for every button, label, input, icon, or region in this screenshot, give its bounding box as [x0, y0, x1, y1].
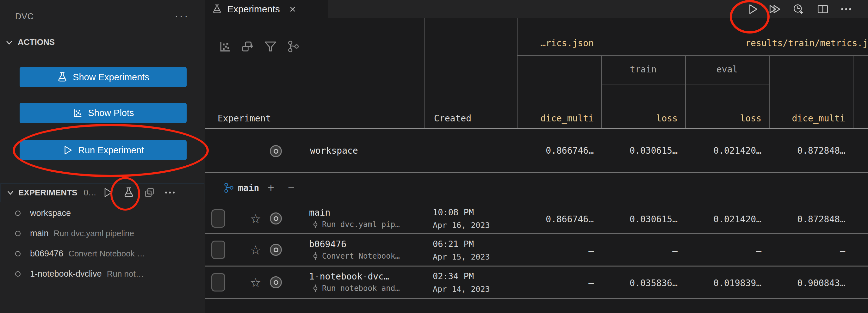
show-experiments-button[interactable]: Show Experiments: [20, 67, 187, 87]
plots-icon: [72, 107, 83, 118]
item-name: 1-notebook-dvclive: [30, 269, 102, 279]
item-name: b069476: [30, 249, 63, 259]
actions-section-label: ACTIONS: [18, 37, 55, 47]
experiment-name: workspace: [310, 146, 358, 156]
experiments-section-header[interactable]: EXPERIMENTS 0…: [1, 183, 204, 202]
cell-train-loss: 0.030615…: [601, 146, 678, 156]
star-icon[interactable]: ☆: [250, 213, 261, 225]
run-experiment-icon[interactable]: [102, 187, 114, 198]
split-editor-icon[interactable]: [817, 3, 829, 15]
column-header-eval-dice-multi[interactable]: dice_multi: [769, 113, 845, 124]
run-experiment-action-icon[interactable]: [747, 3, 759, 15]
branch-name: main: [238, 183, 259, 193]
show-experiments-icon[interactable]: [123, 187, 134, 198]
commit-bullet-icon: [15, 251, 21, 256]
sidebar-more-icon[interactable]: ···: [175, 9, 189, 22]
run-all-action-icon[interactable]: [768, 3, 780, 15]
run-experiment-button[interactable]: Run Experiment: [20, 140, 187, 160]
commit-bullet-icon: [15, 231, 21, 236]
column-header-created[interactable]: Created: [434, 113, 471, 124]
dvc-sidebar: DVC ··· ACTIONS Show Experiments Show Pl…: [0, 0, 205, 313]
show-experiments-label: Show Experiments: [73, 72, 149, 83]
commit-icon: [311, 284, 319, 292]
beaker-icon: [212, 4, 222, 14]
row-divider: [205, 298, 868, 299]
star-icon[interactable]: ☆: [250, 244, 261, 256]
actions-section-header[interactable]: ACTIONS: [5, 37, 55, 47]
cell-eval-loss: 0.019839…: [685, 278, 762, 288]
cell-created-date: Apr 16, 2023: [433, 221, 490, 230]
chevron-down-icon: [5, 38, 13, 46]
more-actions-icon[interactable]: [840, 3, 852, 15]
cell-eval-loss: 0.021420…: [685, 214, 762, 224]
row-divider: [205, 233, 868, 234]
experiments-counter: 0…: [84, 188, 96, 197]
column-header-experiment[interactable]: Experiment: [218, 113, 271, 124]
row-checkbox[interactable]: [211, 241, 225, 259]
grid-line: [424, 18, 425, 129]
grid-line: [853, 55, 854, 129]
grid-line: [769, 55, 770, 129]
row-divider: [205, 172, 868, 173]
show-plots-button[interactable]: Show Plots: [20, 103, 187, 123]
more-actions-icon[interactable]: [164, 187, 176, 198]
sidebar-item-1-notebook-dvclive[interactable]: 1-notebook-dvclive Run not…: [0, 265, 205, 283]
item-desc: Run dvc.yaml pipeline: [54, 228, 134, 239]
item-name: workspace: [30, 208, 71, 218]
app-window: DVC ··· ACTIONS Show Experiments Show Pl…: [0, 0, 868, 313]
close-icon[interactable]: [288, 5, 297, 13]
add-branch-button[interactable]: +: [268, 182, 274, 193]
cell-eval-dice-multi: 0.872848…: [769, 146, 845, 156]
commit-icon: [311, 252, 319, 260]
row-checkbox[interactable]: [211, 273, 225, 291]
tab-title: Experiments: [227, 4, 280, 14]
cell-created-time: 02:34 PM: [433, 271, 474, 281]
cell-train-loss: 0.030615…: [601, 214, 678, 224]
cell-dice-multi: 0.866746…: [517, 146, 594, 156]
grid-line: [517, 55, 868, 56]
show-plots-label: Show Plots: [88, 108, 134, 118]
experiments-section-label: EXPERIMENTS: [18, 188, 77, 197]
cell-dice-multi: –: [517, 278, 594, 288]
star-icon[interactable]: ☆: [250, 276, 261, 289]
cell-train-loss: 0.035836…: [601, 278, 678, 288]
experiment-desc: Run dvc.yaml pip…: [322, 220, 400, 229]
run-experiment-label: Run Experiment: [78, 145, 144, 156]
cell-dice-multi: –: [517, 246, 594, 256]
item-desc: Convert Notebook …: [68, 249, 145, 259]
row-checkbox[interactable]: [211, 209, 225, 228]
cell-train-loss: –: [601, 246, 678, 256]
experiment-name: main: [309, 208, 330, 218]
cell-eval-dice-multi: 0.900843…: [769, 278, 845, 288]
cell-created-time: 10:08 PM: [433, 208, 474, 217]
filter-icon[interactable]: [264, 40, 277, 53]
sidebar-item-workspace[interactable]: workspace: [0, 204, 205, 222]
move-columns-icon[interactable]: [241, 40, 254, 53]
sidebar-item-main[interactable]: main Run dvc.yaml pipeline: [0, 224, 205, 242]
apply-experiment-icon[interactable]: [144, 187, 155, 198]
column-group-metrics-json[interactable]: …rics.json: [517, 38, 594, 49]
tab-experiments[interactable]: Experiments: [205, 0, 328, 18]
column-group-results-metrics[interactable]: results/train/metrics.j: [601, 38, 868, 49]
sidebar-title: DVC: [15, 12, 34, 22]
editor-tab-bar: Experiments: [205, 0, 868, 18]
remove-branch-button[interactable]: −: [288, 182, 294, 193]
experiment-name: 1-notebook-dvc…: [309, 271, 389, 282]
column-header-dice-multi[interactable]: dice_multi: [517, 113, 594, 124]
branches-icon[interactable]: [287, 40, 300, 53]
git-branch-icon: [223, 182, 235, 193]
commit-bullet-icon: [270, 145, 282, 157]
header-divider: [205, 128, 868, 129]
item-desc: Run not…: [107, 269, 144, 279]
column-subgroup-train[interactable]: train: [601, 64, 685, 74]
row-divider: [205, 265, 868, 267]
commit-bullet-icon: [270, 276, 282, 288]
column-header-train-loss[interactable]: loss: [601, 113, 678, 124]
cell-dice-multi: 0.866746…: [517, 214, 594, 224]
grid-line: [685, 55, 686, 129]
column-subgroup-eval[interactable]: eval: [685, 64, 769, 74]
show-plots-icon[interactable]: [218, 40, 231, 53]
column-header-eval-loss[interactable]: loss: [685, 113, 762, 124]
sidebar-item-b069476[interactable]: b069476 Convert Notebook …: [0, 245, 205, 262]
queue-experiment-icon[interactable]: [793, 3, 804, 15]
